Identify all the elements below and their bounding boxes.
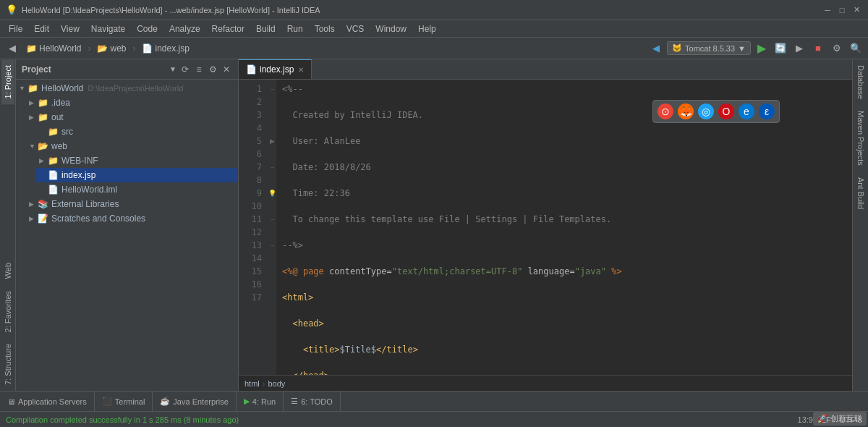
path-bar: html › body (239, 375, 852, 391)
menu-build[interactable]: Build (250, 22, 281, 35)
tree-item-scratches[interactable]: ▶ 📝 Scratches and Consoles (26, 211, 238, 226)
bottom-tab-run[interactable]: ▶ 4: Run (237, 392, 284, 411)
panel-sync-icon[interactable]: ⟳ (179, 64, 191, 75)
menu-vcs[interactable]: VCS (341, 22, 370, 35)
fold-btn-11[interactable]: 💡 (268, 190, 276, 197)
breadcrumb-sep1: › (88, 43, 90, 54)
bottom-tab-app-servers[interactable]: 🖥 Application Servers (0, 392, 95, 411)
bottom-tab-todo-label: 6: TODO (301, 397, 333, 406)
path-html[interactable]: html (244, 379, 260, 388)
menu-file[interactable]: File (3, 22, 28, 35)
tree-item-webinf[interactable]: ▶ 📁 WEB-INF (36, 153, 238, 168)
panel-collapse-icon[interactable]: ≡ (193, 64, 205, 75)
coverage-button[interactable]: ▶ (791, 41, 807, 56)
search-button[interactable]: 🔍 (848, 41, 864, 56)
sidebar-tab-favorites[interactable]: 2: Favorites (1, 285, 14, 338)
code-line-8: <%@ page contentType="text/html;charset=… (282, 265, 846, 278)
sidebar-tab-structure[interactable]: 7: Structure (1, 338, 14, 391)
maximize-button[interactable]: □ (836, 4, 848, 16)
fold-btn-15[interactable]: － (268, 242, 276, 249)
menu-tools[interactable]: Tools (309, 22, 341, 35)
navigate-back-icon[interactable]: ◀ (648, 41, 664, 56)
project-tree: ▼ 📁 HelloWorld D:\IdeaProjects\HelloWorl… (16, 80, 238, 391)
menu-code[interactable]: Code (131, 22, 163, 35)
tree-item-web[interactable]: ▼ 📂 web (26, 139, 238, 153)
right-tab-ant[interactable]: Ant Build (854, 172, 867, 215)
menu-edit[interactable]: Edit (28, 22, 55, 35)
fold-btn-1[interactable]: － (268, 85, 276, 93)
path-body[interactable]: body (268, 379, 285, 388)
project-folder-icon: 📁 (26, 43, 37, 54)
tree-item-external-libs[interactable]: ▶ 📚 External Libraries (26, 197, 238, 211)
run-button[interactable]: ▶ (754, 41, 770, 56)
right-tab-maven[interactable]: Maven Projects (854, 105, 867, 172)
menu-run[interactable]: Run (281, 22, 309, 35)
menu-view[interactable]: View (55, 22, 85, 35)
tree-item-helloworld-iml[interactable]: 📄 HelloWorld.iml (36, 182, 238, 197)
fold-btn-12[interactable]: － (268, 216, 276, 223)
status-message: Compilation completed successfully in 1 … (6, 415, 239, 424)
code-line-11: <title>$Title$</title> (282, 343, 846, 356)
bottom-panel: 🖥 Application Servers ⬛ Terminal ☕ Java … (0, 391, 868, 411)
editor-tab-indexjsp[interactable]: 📄 index.jsp ✕ (239, 59, 312, 79)
reload-button[interactable]: 🔄 (773, 41, 788, 56)
back-button[interactable]: ◀ (4, 41, 20, 56)
menu-bar: File Edit View Navigate Code Analyze Ref… (0, 20, 868, 38)
tree-item-out[interactable]: ▶ 📁 out (26, 110, 238, 124)
fold-gutter: － ▶ － 💡 － － (268, 80, 276, 375)
code-line-6: To change this template use File | Setti… (282, 213, 846, 226)
left-sidebar-tabs: 1: Project Web 2: Favorites 7: Structure (0, 59, 16, 391)
ie-icon[interactable]: e (739, 103, 754, 119)
breadcrumb-web[interactable]: 📂 web (94, 42, 129, 55)
menu-window[interactable]: Window (370, 22, 412, 35)
toolbar: ◀ 📁 HelloWorld › 📂 web › 📄 index.jsp ◀ 🐱… (0, 38, 868, 59)
chrome-icon[interactable]: ⊙ (658, 103, 673, 119)
settings-button[interactable]: ⚙ (829, 41, 845, 56)
menu-analyze[interactable]: Analyze (163, 22, 206, 35)
menu-refactor[interactable]: Refactor (206, 22, 250, 35)
panel-header: Project ▼ ⟳ ≡ ⚙ ✕ (16, 59, 238, 80)
todo-icon: ☰ (291, 397, 298, 406)
opera-icon[interactable]: O (718, 103, 734, 119)
bottom-tab-java-enterprise[interactable]: ☕ Java Enterprise (153, 392, 236, 411)
stop-button[interactable]: ■ (810, 41, 826, 56)
terminal-icon: ⬛ (102, 397, 112, 406)
bottom-tab-todo[interactable]: ☰ 6: TODO (284, 392, 341, 411)
safari-icon[interactable]: ◎ (698, 103, 714, 119)
sidebar-tab-project[interactable]: 1: Project (1, 59, 14, 104)
cursor-position[interactable]: 13:9 (798, 415, 813, 424)
menu-help[interactable]: Help (412, 22, 442, 35)
tomcat-selector[interactable]: 🐱 Tomcat 8.5.33 ▼ (667, 41, 751, 55)
right-tab-database[interactable]: Database (854, 59, 867, 105)
code-editor[interactable]: 12345 678910 1112131415 1617 － ▶ － 💡 － －… (239, 80, 852, 375)
folder-icon-out: 📁 (38, 112, 48, 122)
panel-gear-icon[interactable]: ⚙ (207, 64, 218, 75)
fold-btn-9[interactable]: － (268, 164, 276, 171)
panel-dropdown-icon[interactable]: ▼ (169, 65, 176, 73)
bottom-tab-terminal[interactable]: ⬛ Terminal (95, 392, 153, 411)
panel-close-icon[interactable]: ✕ (221, 64, 232, 75)
tree-item-idea[interactable]: ▶ 📁 .idea (26, 96, 238, 110)
tab-file-icon: 📄 (246, 64, 257, 75)
tab-file-label: index.jsp (260, 64, 294, 75)
close-button[interactable]: ✕ (851, 4, 862, 16)
tab-close-button[interactable]: ✕ (298, 66, 304, 74)
tomcat-label: Tomcat 8.5.33 (685, 44, 735, 53)
code-content[interactable]: <%-- Created by IntelliJ IDEA. User: Ala… (276, 80, 852, 375)
breadcrumb-indexjsp[interactable]: 📄 index.jsp (139, 42, 192, 55)
fold-btn-7[interactable]: ▶ (268, 138, 276, 145)
tree-item-src[interactable]: 📁 src (36, 124, 238, 139)
code-line-1: <%-- (282, 83, 846, 96)
minimize-button[interactable]: ─ (822, 4, 833, 16)
tomcat-icon: 🐱 (672, 43, 682, 53)
app-icon: 💡 (6, 4, 17, 15)
tree-item-indexjsp[interactable]: 📄 index.jsp (36, 168, 238, 182)
firefox-icon[interactable]: 🦊 (678, 103, 694, 119)
breadcrumb-helloworld[interactable]: 📁 HelloWorld (23, 42, 84, 55)
edge-icon[interactable]: ε (759, 103, 775, 119)
sidebar-tab-web[interactable]: Web (1, 257, 14, 284)
watermark-icon: 🚀 (817, 414, 827, 423)
web-folder-icon: 📂 (97, 43, 108, 54)
menu-navigate[interactable]: Navigate (85, 22, 131, 35)
tree-item-helloworld[interactable]: ▼ 📁 HelloWorld D:\IdeaProjects\HelloWorl… (16, 81, 238, 96)
